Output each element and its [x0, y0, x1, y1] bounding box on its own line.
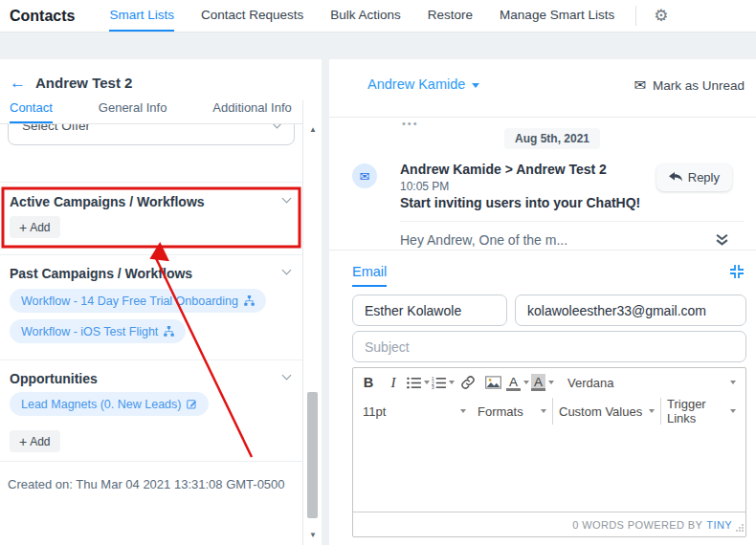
bullet-list-button[interactable]	[407, 371, 430, 394]
scrollbar-thumb[interactable]	[307, 392, 318, 518]
caret-down-icon	[541, 409, 546, 413]
italic-button[interactable]: I	[382, 371, 405, 394]
text-color-button[interactable]: A	[506, 371, 529, 394]
bold-button[interactable]: B	[357, 371, 380, 394]
app-window: Contacts Smart Lists Contact Requests Bu…	[0, 0, 756, 545]
reply-arrow-icon	[669, 172, 682, 183]
created-on-text: Created on: Thu Mar 04 2021 13:31:08 GMT…	[8, 477, 285, 491]
resize-grip-icon[interactable]	[736, 520, 744, 534]
scrollbar-down-icon[interactable]: ▼	[307, 531, 319, 539]
caret-down-icon	[730, 409, 736, 413]
envelope-icon: ✉	[634, 76, 646, 94]
opportunity-pill-label: Lead Magnets (0. New Leads)	[21, 398, 181, 411]
word-count: 0 WORDS POWERED BY	[572, 519, 702, 531]
numbered-list-button[interactable]: 123	[432, 371, 455, 394]
email-avatar: ✉	[352, 164, 377, 188]
nav-tab-contact-requests[interactable]: Contact Requests	[201, 0, 303, 32]
conversation-contact-name: Andrew Kamide	[367, 76, 465, 92]
section-divider	[0, 360, 302, 360]
expand-double-chevron-icon[interactable]	[715, 232, 729, 249]
svg-text:3: 3	[432, 385, 434, 389]
contact-tabs: Contact General Info Additional Info	[0, 100, 302, 124]
font-family-select[interactable]: Verdana	[562, 369, 742, 396]
caret-down-icon	[472, 83, 479, 88]
nav-tab-smart-lists[interactable]: Smart Lists	[109, 0, 174, 32]
tab-additional-info[interactable]: Additional Info	[212, 100, 291, 123]
subject-field[interactable]	[352, 331, 746, 362]
conversation-header: Andrew Kamide ✉ Mark as Unread	[329, 59, 756, 117]
caret-down-icon	[523, 381, 529, 384]
plus-icon: +	[19, 221, 27, 234]
left-panel-scrollbar[interactable]: ▲ ▼	[302, 100, 322, 545]
tab-general-info[interactable]: General Info	[99, 100, 167, 123]
date-badge: Aug 5th, 2021	[504, 128, 600, 149]
contact-header: ← Andrew Test 2	[10, 75, 132, 91]
email-composer: Email B I 123	[329, 251, 756, 545]
workflow-pill[interactable]: Workflow - iOS Test Flight	[10, 319, 186, 343]
add-active-campaign-button[interactable]: + Add	[10, 216, 60, 238]
conversation-contact-select[interactable]: Andrew Kamide	[367, 76, 479, 92]
collapse-composer-icon[interactable]	[729, 264, 745, 282]
font-size-select[interactable]: 11pt	[357, 398, 472, 425]
nav-tab-restore[interactable]: Restore	[428, 0, 473, 32]
background-color-letter: A	[531, 374, 545, 392]
message-time: 10:05 PM	[400, 180, 449, 193]
rich-text-editor: B I 123	[352, 367, 746, 537]
mark-as-unread-button[interactable]: ✉ Mark as Unread	[634, 76, 745, 94]
composer-tab-email[interactable]: Email	[352, 264, 387, 287]
add-button-label: Add	[30, 435, 50, 448]
background-color-button[interactable]: A	[531, 371, 554, 394]
caret-down-icon	[424, 381, 430, 384]
email-body-editor[interactable]	[353, 425, 745, 512]
tiny-brand-link[interactable]: TINY	[706, 519, 732, 531]
message-subject: Start inviting users into your ChatHQ!	[400, 195, 640, 210]
chevron-down-icon[interactable]	[282, 266, 292, 275]
workflow-pill-label: Workflow - iOS Test Flight	[21, 325, 158, 338]
back-arrow-icon[interactable]: ←	[10, 75, 26, 91]
insert-link-button[interactable]	[456, 371, 479, 394]
edit-icon	[187, 399, 197, 409]
add-button-label: Add	[30, 221, 50, 234]
nav-tab-manage-smart-lists[interactable]: Manage Smart Lists	[500, 0, 614, 32]
caret-down-icon	[460, 409, 466, 413]
message-list: ••• Aug 5th, 2021 ✉ Andrew Kamide > Andr…	[329, 118, 756, 250]
editor-toolbar-row1: B I 123	[353, 368, 745, 397]
workflow-pill-label: Workflow - 14 Day Free Trial Onboarding	[21, 294, 238, 308]
opportunity-pill[interactable]: Lead Magnets (0. New Leads)	[10, 392, 209, 416]
recipient-email-field[interactable]	[515, 294, 746, 326]
gear-icon[interactable]: ⚙	[654, 6, 668, 26]
caret-down-icon	[649, 409, 655, 413]
page-title: Contacts	[10, 8, 75, 25]
section-divider	[0, 254, 302, 255]
section-divider	[0, 461, 302, 462]
reply-label: Reply	[688, 170, 720, 185]
formats-select[interactable]: Formats	[472, 398, 552, 425]
divider	[400, 221, 745, 222]
top-nav: Contacts Smart Lists Contact Requests Bu…	[0, 0, 756, 33]
nav-divider	[635, 6, 636, 26]
workflow-pill[interactable]: Workflow - 14 Day Free Trial Onboarding	[10, 289, 266, 313]
nav-tab-bulk-actions[interactable]: Bulk Actions	[330, 0, 401, 32]
opportunities-title: Opportunities	[10, 371, 98, 386]
conversation-panel: Andrew Kamide ✉ Mark as Unread ••• Aug 5…	[329, 59, 756, 545]
from-name-field[interactable]	[352, 294, 507, 326]
caret-down-icon	[449, 381, 455, 384]
overflow-dots-icon[interactable]: •••	[402, 118, 419, 129]
contact-detail-panel: ← Andrew Test 2 Select Offer Contact Gen…	[0, 59, 322, 545]
reply-button[interactable]: Reply	[656, 164, 732, 191]
formats-label: Formats	[478, 404, 523, 419]
scrollbar-up-icon[interactable]: ▲	[307, 125, 319, 134]
chevron-down-icon[interactable]	[282, 194, 292, 204]
add-opportunity-button[interactable]: + Add	[10, 430, 60, 452]
insert-image-button[interactable]	[481, 371, 504, 394]
custom-values-select[interactable]: Custom Values	[553, 398, 660, 425]
font-size-value: 11pt	[363, 404, 386, 419]
font-family-value: Verdana	[567, 376, 613, 390]
tab-contact[interactable]: Contact	[10, 100, 53, 123]
mark-as-unread-label: Mark as Unread	[653, 78, 745, 93]
caret-down-icon	[548, 381, 554, 384]
caret-down-icon	[730, 381, 736, 384]
chevron-down-icon[interactable]	[282, 371, 292, 381]
trigger-links-select[interactable]: Trigger Links	[661, 398, 742, 425]
trigger-links-label: Trigger Links	[667, 397, 729, 425]
